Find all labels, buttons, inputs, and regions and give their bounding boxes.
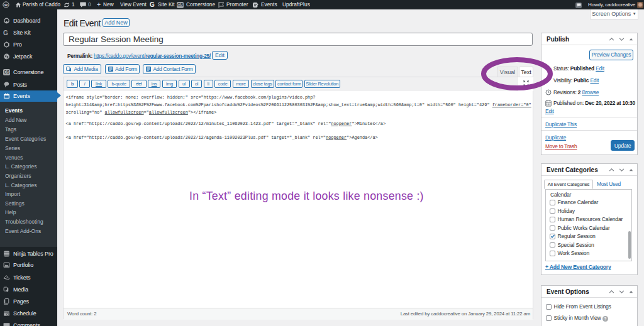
svg-text:W: W	[4, 3, 8, 7]
